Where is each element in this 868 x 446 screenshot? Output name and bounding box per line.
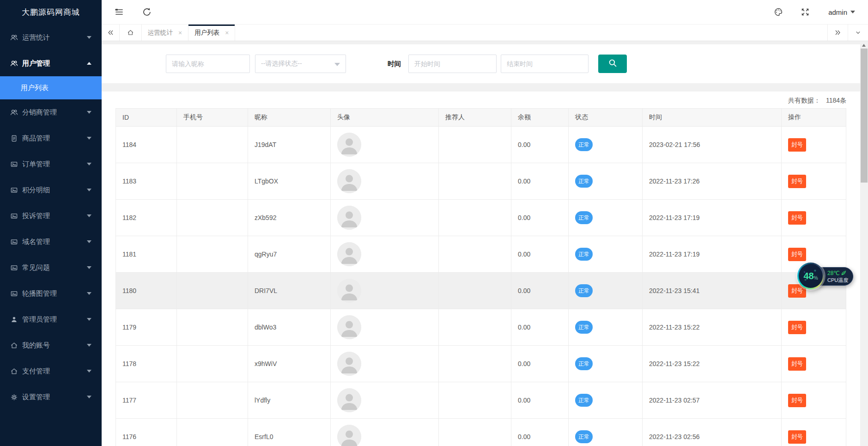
cell-referrer: [439, 163, 511, 199]
avatar: [337, 388, 361, 412]
status-badge: 正常: [575, 357, 593, 370]
table-header-row: ID手机号昵称头像推荐人余额状态时间操作: [116, 109, 846, 127]
start-time-input[interactable]: [408, 55, 497, 73]
collapse-sidebar-icon[interactable]: [115, 7, 124, 17]
sidebar-item-商品管理[interactable]: 商品管理: [0, 125, 102, 151]
sidebar-item-常见问题[interactable]: 常见问题: [0, 255, 102, 281]
sidebar-item-订单管理[interactable]: 订单管理: [0, 151, 102, 177]
ban-button[interactable]: 封号: [788, 248, 806, 261]
user-table: ID手机号昵称头像推荐人余额状态时间操作 1184 J19dAT 0.00 正常…: [115, 108, 846, 446]
app-title: 大鹏源码网商城: [0, 0, 102, 24]
sidebar-item-我的账号[interactable]: 我的账号: [0, 332, 102, 358]
close-icon[interactable]: ×: [178, 30, 182, 36]
column-header-推荐人: 推荐人: [439, 109, 511, 126]
person-icon: [10, 316, 18, 324]
avatar: [337, 242, 361, 266]
cell-status: 正常: [569, 273, 643, 309]
sidebar-item-label: 分销商管理: [22, 108, 87, 117]
sidebar-item-管理员管理[interactable]: 管理员管理: [0, 306, 102, 332]
cell-phone: [177, 236, 248, 272]
sidebar-item-域名管理[interactable]: 域名管理: [0, 229, 102, 255]
table-row: 1183 LTgbOX 0.00 正常 2022-11-23 17:26 封号: [116, 163, 846, 200]
cell-status: 正常: [569, 382, 643, 418]
cell-nickname: EsrfL0: [248, 419, 331, 446]
vertical-scrollbar[interactable]: [860, 41, 868, 446]
image-icon: [10, 160, 18, 168]
column-header-余额: 余额: [511, 109, 569, 126]
tab-运营统计[interactable]: 运营统计 ×: [142, 24, 188, 41]
cell-nickname: lYdfly: [248, 382, 331, 418]
cell-id: 1178: [116, 346, 177, 382]
topbar-right: admin: [756, 7, 855, 17]
avatar: [337, 425, 361, 446]
cell-balance: 0.00: [511, 273, 569, 309]
sidebar-item-用户管理[interactable]: 用户管理: [0, 50, 102, 76]
cpu-usage-value: 48: [803, 271, 813, 281]
cell-avatar: [331, 200, 439, 236]
tab-用户列表[interactable]: 用户列表 ×: [188, 24, 235, 41]
refresh-icon[interactable]: [142, 7, 152, 17]
table-row: 1181 qgRyu7 0.00 正常 2022-11-23 17:19 封号: [116, 236, 846, 273]
close-icon[interactable]: ×: [225, 30, 229, 36]
status-badge: 正常: [575, 211, 593, 224]
cell-avatar: [331, 163, 439, 199]
fullscreen-icon[interactable]: [801, 7, 810, 17]
sidebar-item-分销商管理[interactable]: 分销商管理: [0, 99, 102, 125]
sidebar-item-支付管理[interactable]: 支付管理: [0, 358, 102, 384]
theme-palette-icon[interactable]: [774, 7, 783, 17]
nickname-input[interactable]: [166, 55, 250, 73]
tabs-menu-icon[interactable]: [848, 24, 868, 41]
scrollbar-up-arrow[interactable]: [862, 44, 866, 47]
end-time-input[interactable]: [501, 55, 589, 73]
ban-button[interactable]: 封号: [788, 357, 806, 371]
sidebar-item-轮播图管理[interactable]: 轮播图管理: [0, 281, 102, 306]
caret-icon: [87, 344, 91, 347]
home-tab-icon[interactable]: [120, 24, 142, 41]
table-row: 1179 dblWo3 0.00 正常 2022-11-23 15:22 封号: [116, 309, 846, 346]
user-menu[interactable]: admin: [828, 8, 855, 16]
cell-phone: [177, 419, 248, 446]
tabs-scroll-left-icon[interactable]: [102, 24, 120, 41]
cell-status: 正常: [569, 236, 643, 272]
ban-button[interactable]: 封号: [788, 430, 806, 444]
ban-button[interactable]: 封号: [788, 321, 806, 334]
users-icon: [10, 34, 18, 42]
cell-id: 1182: [116, 200, 177, 236]
avatar: [337, 169, 361, 193]
sidebar-item-运营统计[interactable]: 运营统计: [0, 24, 102, 50]
cell-time: 2023-02-21 17:56: [643, 127, 782, 163]
avatar: [337, 133, 361, 157]
cell-nickname: dblWo3: [248, 309, 331, 345]
cell-action: 封号: [782, 382, 846, 418]
column-header-时间: 时间: [643, 109, 782, 126]
time-label: 时间: [388, 60, 401, 68]
status-select-placeholder: --请选择状态--: [261, 60, 302, 68]
ban-button[interactable]: 封号: [788, 175, 806, 188]
sidebar-item-label: 常见问题: [22, 263, 87, 272]
sidebar-item-label: 商品管理: [22, 134, 87, 143]
cpu-monitor-widget[interactable]: 28℃ CPU温度 48 %: [797, 263, 857, 290]
ban-button[interactable]: 封号: [788, 211, 806, 225]
scrollbar-thumb[interactable]: [861, 49, 868, 183]
cell-time: 2022-11-23 02:56: [643, 419, 782, 446]
caret-icon: [87, 189, 91, 191]
ban-button[interactable]: 封号: [788, 138, 806, 152]
sidebar-item-设置管理[interactable]: 设置管理: [0, 384, 102, 410]
status-select[interactable]: --请选择状态--: [255, 55, 346, 73]
cell-avatar: [331, 236, 439, 272]
cell-referrer: [439, 200, 511, 236]
sidebar-subitem-用户列表[interactable]: 用户列表: [0, 76, 102, 99]
search-button[interactable]: [598, 55, 627, 73]
caret-icon: [87, 111, 91, 114]
cell-balance: 0.00: [511, 419, 569, 446]
ban-button[interactable]: 封号: [788, 394, 806, 407]
cell-time: 2022-11-23 17:26: [643, 163, 782, 199]
tabs-scroll-right-icon[interactable]: [827, 24, 848, 41]
sidebar-item-投诉管理[interactable]: 投诉管理: [0, 203, 102, 229]
cpu-temp-label: CPU温度: [827, 278, 853, 283]
cell-balance: 0.00: [511, 200, 569, 236]
cpu-temperature: 28℃: [827, 270, 840, 276]
cell-status: 正常: [569, 127, 643, 163]
sidebar-item-label: 积分明细: [22, 186, 87, 195]
sidebar-item-积分明细[interactable]: 积分明细: [0, 177, 102, 203]
